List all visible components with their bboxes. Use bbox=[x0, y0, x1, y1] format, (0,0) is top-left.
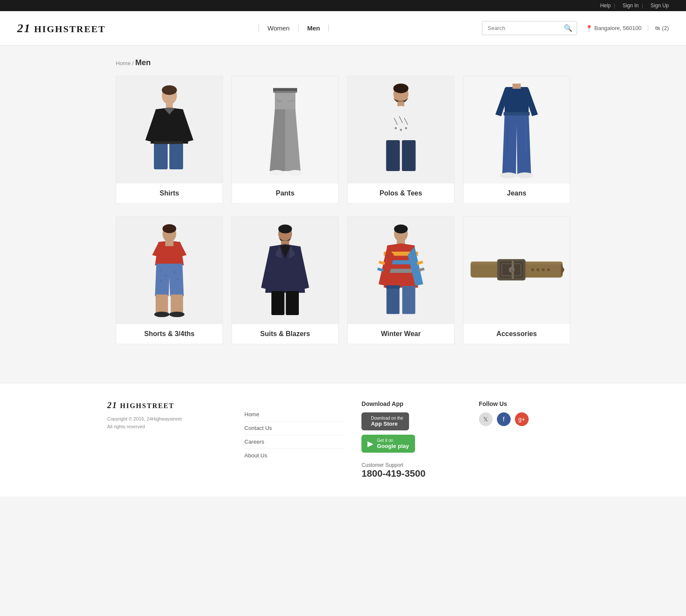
svg-rect-5 bbox=[154, 141, 183, 144]
shorts-image bbox=[116, 217, 223, 324]
category-pants[interactable]: Pants bbox=[232, 76, 339, 204]
category-polos[interactable]: Polos & Tees bbox=[347, 76, 454, 204]
app-store-sub: Download on the bbox=[371, 416, 403, 421]
logo-num: 21 bbox=[17, 21, 31, 35]
breadcrumb: Home / Men bbox=[116, 58, 570, 67]
svg-rect-37 bbox=[156, 294, 168, 313]
category-jeans[interactable]: Jeans bbox=[463, 76, 570, 204]
suits-image bbox=[232, 217, 338, 324]
svg-rect-38 bbox=[171, 294, 183, 313]
footer-inner: 21 HIGHSTREET Copyright © 2016, 24Highwa… bbox=[107, 400, 579, 479]
footer-links-col: Links Home Contact Us Careers About Us bbox=[244, 400, 344, 479]
svg-rect-4 bbox=[169, 142, 183, 169]
google-play-sub: Get it on bbox=[377, 438, 409, 443]
svg-point-34 bbox=[160, 280, 162, 282]
customer-support: Customer Support 1800-419-3500 bbox=[361, 462, 461, 479]
category-grid-row2: Shorts & 3/4ths bbox=[116, 216, 570, 344]
facebook-icon[interactable]: f bbox=[497, 412, 511, 426]
svg-point-48 bbox=[394, 225, 408, 234]
jeans-image bbox=[463, 76, 570, 183]
svg-point-39 bbox=[154, 312, 169, 317]
separator2: | bbox=[642, 3, 643, 9]
svg-point-59 bbox=[547, 268, 550, 271]
svg-point-32 bbox=[160, 270, 162, 272]
footer-link-contact[interactable]: Contact Us bbox=[244, 425, 344, 435]
svg-rect-3 bbox=[154, 142, 168, 169]
category-shirts[interactable]: Shirts bbox=[116, 76, 223, 204]
svg-point-18 bbox=[400, 129, 402, 131]
accessories-image: Q bbox=[463, 217, 570, 324]
cart-count: (2) bbox=[662, 25, 669, 31]
accessories-label: Accessories bbox=[463, 324, 570, 344]
category-winter[interactable]: Winter Wear bbox=[347, 216, 454, 344]
jeans-label: Jeans bbox=[463, 183, 570, 203]
logo-text-part: HIGHSTREET bbox=[34, 24, 106, 34]
svg-point-9 bbox=[269, 170, 284, 176]
category-accessories[interactable]: Q Accessories bbox=[463, 216, 570, 344]
search-input[interactable] bbox=[482, 22, 560, 34]
polos-label: Polos & Tees bbox=[348, 183, 454, 203]
svg-rect-20 bbox=[386, 140, 400, 171]
svg-point-17 bbox=[395, 127, 397, 129]
footer-link-home[interactable]: Home bbox=[244, 411, 344, 421]
header-right: 📍 Bangalore, 560100 🛍 (2) bbox=[586, 25, 669, 31]
breadcrumb-separator: / bbox=[132, 60, 134, 66]
svg-point-61 bbox=[536, 268, 539, 271]
svg-point-10 bbox=[288, 170, 303, 176]
footer-app-col: Download App Download on the App Store ▶… bbox=[361, 400, 461, 479]
shirts-image bbox=[116, 76, 223, 183]
footer-logo: 21 HIGHSTREET bbox=[107, 400, 227, 410]
footer-copyright: Copyright © 2016, 24HighwaystreetAll rig… bbox=[107, 415, 227, 430]
svg-rect-8 bbox=[273, 88, 297, 90]
footer-logo-num: 21 bbox=[107, 400, 117, 410]
cart-icon: 🛍 bbox=[655, 25, 660, 31]
help-link[interactable]: Help bbox=[600, 3, 611, 9]
footer-link-careers[interactable]: Careers bbox=[244, 439, 344, 449]
cart-info[interactable]: 🛍 (2) bbox=[655, 25, 669, 31]
svg-rect-31 bbox=[165, 240, 173, 246]
svg-rect-53 bbox=[384, 277, 418, 282]
google-play-text: Get it on Google play bbox=[377, 438, 409, 449]
android-icon: ▶ bbox=[367, 439, 373, 448]
nav-women[interactable]: Women bbox=[259, 24, 298, 32]
footer-download-heading: Download App bbox=[361, 400, 461, 407]
google-play-name: Google play bbox=[377, 443, 409, 449]
location-pin-icon: 📍 bbox=[586, 25, 593, 31]
category-shorts[interactable]: Shorts & 3/4ths bbox=[116, 216, 223, 344]
twitter-icon[interactable]: 𝕏 bbox=[479, 412, 493, 426]
google-play-btn[interactable]: ▶ Get it on Google play bbox=[361, 435, 415, 453]
svg-point-1 bbox=[162, 85, 177, 95]
footer-follow-col: Follow Us 𝕏 f g+ bbox=[479, 400, 579, 479]
app-store-text: Download on the App Store bbox=[371, 416, 403, 427]
header: 21 HIGHSTREET Women Men 🔍 📍 Bangalore, 5… bbox=[0, 11, 686, 45]
svg-point-42 bbox=[278, 225, 292, 234]
svg-point-40 bbox=[169, 312, 184, 317]
app-store-name: App Store bbox=[371, 421, 397, 427]
svg-point-33 bbox=[165, 275, 167, 277]
svg-rect-21 bbox=[402, 140, 415, 171]
google-plus-icon[interactable]: g+ bbox=[515, 412, 529, 426]
follow-heading: Follow Us bbox=[479, 400, 579, 407]
pants-label: Pants bbox=[232, 183, 338, 203]
sign-in-link[interactable]: Sign In bbox=[623, 3, 638, 9]
support-label: Customer Support bbox=[361, 462, 461, 468]
svg-point-28 bbox=[517, 172, 533, 178]
breadcrumb-home[interactable]: Home bbox=[116, 60, 131, 66]
nav-men[interactable]: Men bbox=[298, 24, 329, 32]
footer-link-about[interactable]: About Us bbox=[244, 452, 344, 462]
logo-area[interactable]: 21 HIGHSTREET bbox=[17, 21, 105, 35]
svg-point-62 bbox=[531, 268, 534, 271]
search-button[interactable]: 🔍 bbox=[560, 21, 577, 35]
phone-number: 1800-419-3500 bbox=[361, 468, 461, 479]
svg-point-27 bbox=[500, 172, 517, 178]
category-grid-row1: Shirts bbox=[116, 76, 570, 204]
category-suits[interactable]: Suits & Blazers bbox=[232, 216, 339, 344]
svg-rect-54 bbox=[386, 286, 399, 314]
svg-rect-22 bbox=[505, 87, 529, 114]
sign-up-link[interactable]: Sign Up bbox=[650, 3, 669, 9]
logo[interactable]: 21 HIGHSTREET bbox=[17, 24, 105, 34]
social-icons: 𝕏 f g+ bbox=[479, 412, 579, 426]
nav-area: Women Men bbox=[105, 24, 482, 32]
app-store-btn[interactable]: Download on the App Store bbox=[361, 412, 409, 430]
app-buttons: Download on the App Store ▶ Get it on Go… bbox=[361, 412, 461, 457]
